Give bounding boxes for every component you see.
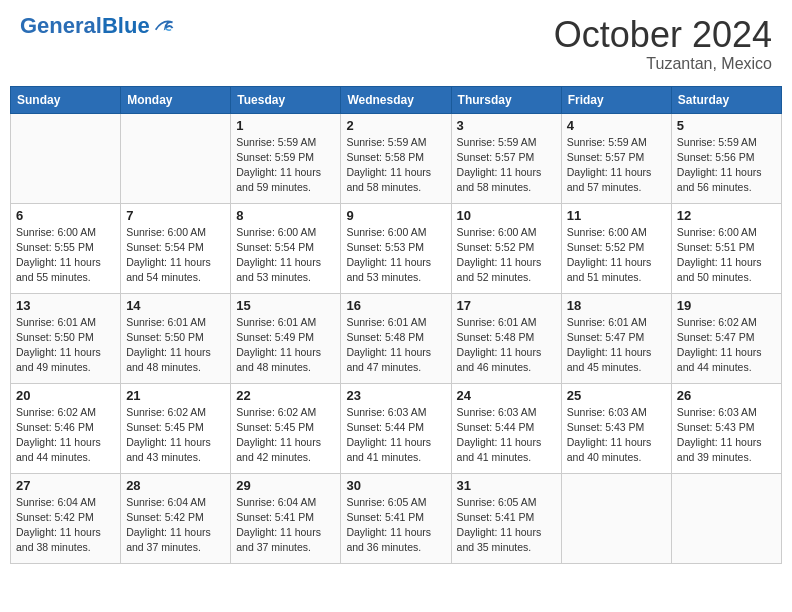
- week-row-2: 6Sunrise: 6:00 AMSunset: 5:55 PMDaylight…: [11, 203, 782, 293]
- calendar-cell: 12Sunrise: 6:00 AMSunset: 5:51 PMDayligh…: [671, 203, 781, 293]
- week-row-3: 13Sunrise: 6:01 AMSunset: 5:50 PMDayligh…: [11, 293, 782, 383]
- day-info: Sunrise: 5:59 AMSunset: 5:58 PMDaylight:…: [346, 135, 445, 196]
- calendar-table: SundayMondayTuesdayWednesdayThursdayFrid…: [10, 86, 782, 564]
- day-info: Sunrise: 5:59 AMSunset: 5:59 PMDaylight:…: [236, 135, 335, 196]
- day-header-monday: Monday: [121, 86, 231, 113]
- day-number: 1: [236, 118, 335, 133]
- calendar-cell: [671, 473, 781, 563]
- day-info: Sunrise: 6:02 AMSunset: 5:45 PMDaylight:…: [126, 405, 225, 466]
- day-info: Sunrise: 6:04 AMSunset: 5:41 PMDaylight:…: [236, 495, 335, 556]
- calendar-cell: 14Sunrise: 6:01 AMSunset: 5:50 PMDayligh…: [121, 293, 231, 383]
- calendar-cell: 6Sunrise: 6:00 AMSunset: 5:55 PMDaylight…: [11, 203, 121, 293]
- logo: GeneralBlue: [20, 15, 174, 37]
- day-number: 22: [236, 388, 335, 403]
- day-number: 12: [677, 208, 776, 223]
- calendar-cell: 1Sunrise: 5:59 AMSunset: 5:59 PMDaylight…: [231, 113, 341, 203]
- day-number: 31: [457, 478, 556, 493]
- calendar-cell: 5Sunrise: 5:59 AMSunset: 5:56 PMDaylight…: [671, 113, 781, 203]
- calendar-cell: 10Sunrise: 6:00 AMSunset: 5:52 PMDayligh…: [451, 203, 561, 293]
- calendar-cell: 20Sunrise: 6:02 AMSunset: 5:46 PMDayligh…: [11, 383, 121, 473]
- day-info: Sunrise: 6:04 AMSunset: 5:42 PMDaylight:…: [126, 495, 225, 556]
- calendar-cell: 31Sunrise: 6:05 AMSunset: 5:41 PMDayligh…: [451, 473, 561, 563]
- day-info: Sunrise: 6:03 AMSunset: 5:43 PMDaylight:…: [677, 405, 776, 466]
- calendar-cell: 30Sunrise: 6:05 AMSunset: 5:41 PMDayligh…: [341, 473, 451, 563]
- calendar-cell: 4Sunrise: 5:59 AMSunset: 5:57 PMDaylight…: [561, 113, 671, 203]
- day-number: 30: [346, 478, 445, 493]
- day-number: 23: [346, 388, 445, 403]
- day-info: Sunrise: 6:00 AMSunset: 5:54 PMDaylight:…: [126, 225, 225, 286]
- week-row-1: 1Sunrise: 5:59 AMSunset: 5:59 PMDaylight…: [11, 113, 782, 203]
- day-number: 6: [16, 208, 115, 223]
- day-number: 20: [16, 388, 115, 403]
- calendar-cell: 15Sunrise: 6:01 AMSunset: 5:49 PMDayligh…: [231, 293, 341, 383]
- day-header-saturday: Saturday: [671, 86, 781, 113]
- day-header-thursday: Thursday: [451, 86, 561, 113]
- day-number: 3: [457, 118, 556, 133]
- day-info: Sunrise: 6:04 AMSunset: 5:42 PMDaylight:…: [16, 495, 115, 556]
- day-number: 5: [677, 118, 776, 133]
- logo-text: GeneralBlue: [20, 15, 150, 37]
- month-title: October 2024: [554, 15, 772, 55]
- day-number: 18: [567, 298, 666, 313]
- day-number: 25: [567, 388, 666, 403]
- week-row-5: 27Sunrise: 6:04 AMSunset: 5:42 PMDayligh…: [11, 473, 782, 563]
- day-number: 2: [346, 118, 445, 133]
- calendar-cell: 28Sunrise: 6:04 AMSunset: 5:42 PMDayligh…: [121, 473, 231, 563]
- day-number: 24: [457, 388, 556, 403]
- day-number: 4: [567, 118, 666, 133]
- day-number: 8: [236, 208, 335, 223]
- day-number: 29: [236, 478, 335, 493]
- calendar-cell: 29Sunrise: 6:04 AMSunset: 5:41 PMDayligh…: [231, 473, 341, 563]
- day-info: Sunrise: 6:02 AMSunset: 5:45 PMDaylight:…: [236, 405, 335, 466]
- day-info: Sunrise: 6:00 AMSunset: 5:53 PMDaylight:…: [346, 225, 445, 286]
- day-info: Sunrise: 6:03 AMSunset: 5:43 PMDaylight:…: [567, 405, 666, 466]
- day-number: 10: [457, 208, 556, 223]
- day-info: Sunrise: 6:01 AMSunset: 5:50 PMDaylight:…: [126, 315, 225, 376]
- day-info: Sunrise: 6:01 AMSunset: 5:47 PMDaylight:…: [567, 315, 666, 376]
- day-number: 27: [16, 478, 115, 493]
- day-info: Sunrise: 6:02 AMSunset: 5:47 PMDaylight:…: [677, 315, 776, 376]
- day-number: 21: [126, 388, 225, 403]
- logo-icon: [152, 15, 174, 37]
- calendar-cell: [11, 113, 121, 203]
- day-info: Sunrise: 6:05 AMSunset: 5:41 PMDaylight:…: [346, 495, 445, 556]
- calendar-cell: [561, 473, 671, 563]
- day-info: Sunrise: 6:01 AMSunset: 5:48 PMDaylight:…: [346, 315, 445, 376]
- day-number: 13: [16, 298, 115, 313]
- day-info: Sunrise: 6:01 AMSunset: 5:48 PMDaylight:…: [457, 315, 556, 376]
- day-info: Sunrise: 6:03 AMSunset: 5:44 PMDaylight:…: [457, 405, 556, 466]
- calendar-cell: 8Sunrise: 6:00 AMSunset: 5:54 PMDaylight…: [231, 203, 341, 293]
- calendar-cell: 24Sunrise: 6:03 AMSunset: 5:44 PMDayligh…: [451, 383, 561, 473]
- location: Tuzantan, Mexico: [554, 55, 772, 73]
- day-info: Sunrise: 6:02 AMSunset: 5:46 PMDaylight:…: [16, 405, 115, 466]
- day-info: Sunrise: 6:01 AMSunset: 5:50 PMDaylight:…: [16, 315, 115, 376]
- day-info: Sunrise: 5:59 AMSunset: 5:57 PMDaylight:…: [567, 135, 666, 196]
- day-number: 11: [567, 208, 666, 223]
- day-number: 16: [346, 298, 445, 313]
- calendar-cell: 17Sunrise: 6:01 AMSunset: 5:48 PMDayligh…: [451, 293, 561, 383]
- calendar-cell: 7Sunrise: 6:00 AMSunset: 5:54 PMDaylight…: [121, 203, 231, 293]
- day-info: Sunrise: 6:00 AMSunset: 5:52 PMDaylight:…: [457, 225, 556, 286]
- calendar-cell: 27Sunrise: 6:04 AMSunset: 5:42 PMDayligh…: [11, 473, 121, 563]
- day-number: 17: [457, 298, 556, 313]
- calendar-cell: 23Sunrise: 6:03 AMSunset: 5:44 PMDayligh…: [341, 383, 451, 473]
- day-header-wednesday: Wednesday: [341, 86, 451, 113]
- day-info: Sunrise: 6:00 AMSunset: 5:52 PMDaylight:…: [567, 225, 666, 286]
- day-info: Sunrise: 6:01 AMSunset: 5:49 PMDaylight:…: [236, 315, 335, 376]
- day-info: Sunrise: 6:00 AMSunset: 5:55 PMDaylight:…: [16, 225, 115, 286]
- day-header-friday: Friday: [561, 86, 671, 113]
- day-info: Sunrise: 5:59 AMSunset: 5:56 PMDaylight:…: [677, 135, 776, 196]
- day-number: 28: [126, 478, 225, 493]
- page-header: GeneralBlue October 2024 Tuzantan, Mexic…: [10, 10, 782, 78]
- calendar-cell: 25Sunrise: 6:03 AMSunset: 5:43 PMDayligh…: [561, 383, 671, 473]
- day-info: Sunrise: 6:00 AMSunset: 5:54 PMDaylight:…: [236, 225, 335, 286]
- day-info: Sunrise: 5:59 AMSunset: 5:57 PMDaylight:…: [457, 135, 556, 196]
- calendar-cell: 22Sunrise: 6:02 AMSunset: 5:45 PMDayligh…: [231, 383, 341, 473]
- calendar-cell: 11Sunrise: 6:00 AMSunset: 5:52 PMDayligh…: [561, 203, 671, 293]
- calendar-cell: 26Sunrise: 6:03 AMSunset: 5:43 PMDayligh…: [671, 383, 781, 473]
- calendar-cell: 18Sunrise: 6:01 AMSunset: 5:47 PMDayligh…: [561, 293, 671, 383]
- day-info: Sunrise: 6:03 AMSunset: 5:44 PMDaylight:…: [346, 405, 445, 466]
- day-number: 15: [236, 298, 335, 313]
- logo-general: General: [20, 13, 102, 38]
- calendar-cell: 16Sunrise: 6:01 AMSunset: 5:48 PMDayligh…: [341, 293, 451, 383]
